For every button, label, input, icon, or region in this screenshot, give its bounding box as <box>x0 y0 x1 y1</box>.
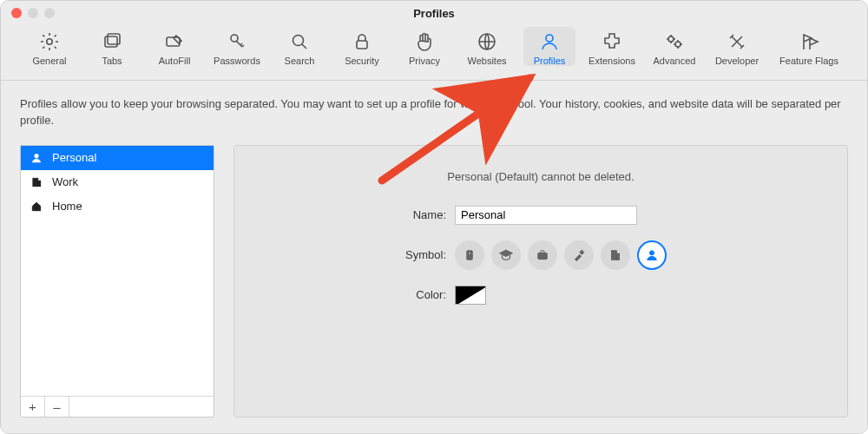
toolbar-tab-developer[interactable]: Developer <box>711 27 763 66</box>
svg-rect-16 <box>538 253 548 259</box>
svg-point-15 <box>469 252 471 254</box>
profiles-sidebar: Personal Work Home <box>20 145 214 418</box>
symbol-option-hammer[interactable] <box>564 240 594 270</box>
symbol-option-briefcase[interactable] <box>528 240 557 270</box>
svg-rect-13 <box>38 181 41 186</box>
symbol-picker <box>455 240 826 270</box>
add-profile-button[interactable]: + <box>21 397 45 417</box>
toolbar-tab-profiles[interactable]: Profiles <box>523 27 575 66</box>
tabs-icon <box>102 29 122 55</box>
profile-row-label: Home <box>52 200 82 213</box>
svg-rect-1 <box>105 36 117 47</box>
description-text: Profiles allow you to keep your browsing… <box>20 96 848 129</box>
toolbar-tab-websites[interactable]: Websites <box>461 27 513 66</box>
color-label: Color: <box>255 288 455 301</box>
puzzle-icon <box>602 29 622 55</box>
toolbar-tab-security[interactable]: Security <box>336 27 388 66</box>
globe-icon <box>477 29 497 55</box>
tools-icon <box>727 29 747 55</box>
titlebar: Profiles <box>1 1 867 25</box>
symbol-option-person[interactable] <box>637 240 667 270</box>
preferences-toolbar: General Tabs AutoFill Passwords Search <box>1 25 867 81</box>
toolbar-tab-extensions[interactable]: Extensions <box>586 27 638 66</box>
profile-row-personal[interactable]: Personal <box>21 146 214 170</box>
house-icon <box>30 200 43 214</box>
svg-point-10 <box>675 42 681 47</box>
person-icon <box>30 151 43 165</box>
symbol-label: Symbol: <box>255 248 455 261</box>
svg-point-11 <box>35 154 39 158</box>
sidebar-footer-spacer <box>69 397 214 417</box>
building-icon <box>30 175 43 189</box>
profile-name-input[interactable] <box>455 206 637 225</box>
svg-rect-18 <box>616 253 619 260</box>
symbol-option-building[interactable] <box>601 240 630 270</box>
toolbar-tab-search[interactable]: Search <box>273 27 326 66</box>
profile-row-work[interactable]: Work <box>21 170 214 194</box>
person-icon <box>539 29 560 55</box>
toolbar-tab-passwords[interactable]: Passwords <box>211 27 263 66</box>
hand-icon <box>414 29 435 55</box>
toolbar-tab-privacy[interactable]: Privacy <box>398 27 450 66</box>
profile-detail-panel: Personal (Default) cannot be deleted. Na… <box>233 145 848 418</box>
svg-rect-12 <box>33 178 38 186</box>
toolbar-tab-autofill[interactable]: AutoFill <box>148 27 201 66</box>
svg-rect-14 <box>467 250 473 260</box>
window-title: Profiles <box>1 7 867 20</box>
search-icon <box>289 29 310 55</box>
flags-icon <box>799 29 819 55</box>
svg-rect-17 <box>611 250 616 260</box>
svg-rect-6 <box>357 41 367 49</box>
profile-row-home[interactable]: Home <box>21 194 214 219</box>
window-minimize-button[interactable] <box>28 8 38 18</box>
symbol-option-badge[interactable] <box>455 240 484 270</box>
gears-icon <box>664 29 685 55</box>
window-close-button[interactable] <box>11 8 22 18</box>
toolbar-tab-feature-flags[interactable]: Feature Flags <box>773 27 845 66</box>
toolbar-tab-tabs[interactable]: Tabs <box>86 27 138 66</box>
lock-icon <box>352 29 372 55</box>
svg-point-19 <box>649 250 654 254</box>
gear-icon <box>39 29 60 55</box>
window-zoom-button[interactable] <box>44 8 55 18</box>
name-label: Name: <box>255 208 455 221</box>
color-well[interactable] <box>455 286 486 305</box>
toolbar-tab-advanced[interactable]: Advanced <box>648 27 700 66</box>
pencil-icon <box>164 29 185 55</box>
svg-rect-2 <box>108 34 120 44</box>
svg-point-5 <box>293 36 304 46</box>
svg-point-8 <box>546 35 553 42</box>
svg-point-9 <box>668 36 674 42</box>
toolbar-tab-general[interactable]: General <box>23 27 76 66</box>
delete-notice: Personal (Default) cannot be deleted. <box>255 170 826 183</box>
svg-point-0 <box>47 39 52 44</box>
symbol-option-gradcap[interactable] <box>491 240 521 270</box>
profile-row-label: Work <box>52 175 78 188</box>
key-icon <box>227 29 247 55</box>
profile-row-label: Personal <box>52 151 96 164</box>
remove-profile-button[interactable]: – <box>45 397 69 417</box>
